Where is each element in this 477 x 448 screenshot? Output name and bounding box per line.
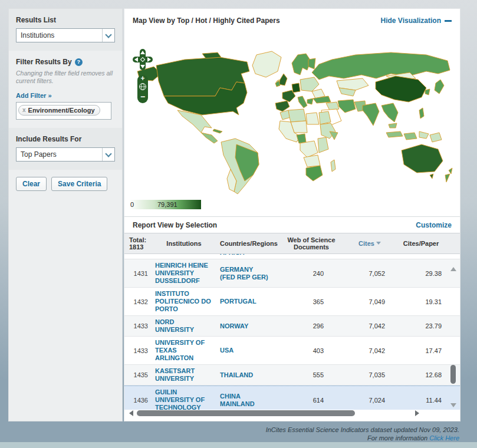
table-rows: 1430 SOUTH AFRICA SOUTH AFRICA 618 7,057… bbox=[124, 254, 460, 410]
chevron-down-icon bbox=[102, 29, 114, 42]
help-icon[interactable]: ? bbox=[75, 58, 83, 66]
row-country-link[interactable]: NORWAY bbox=[220, 322, 279, 330]
sidebar: Results List Institutions Filter Results… bbox=[8, 8, 123, 421]
row-country-link[interactable]: CHINA MAINLAND bbox=[220, 393, 279, 408]
row-institution-link[interactable]: UNIVERSITY OF TEXAS ARLINGTON bbox=[155, 339, 220, 362]
row-cites-paper: 12.68 bbox=[396, 371, 446, 378]
row-country-link[interactable]: USA bbox=[220, 347, 279, 354]
row-rank: 1431 bbox=[124, 270, 155, 277]
row-rank: 1436 bbox=[124, 397, 155, 404]
zoom-out-button[interactable]: − bbox=[137, 93, 148, 100]
row-country-link[interactable]: THAILAND bbox=[220, 371, 279, 379]
row-institution-link[interactable]: GUILIN UNIVERSITY OF TECHNOLOGY bbox=[155, 388, 220, 410]
row-rank: 1432 bbox=[124, 298, 155, 305]
row-documents: 555 bbox=[279, 371, 344, 378]
footer-line1: InCites Essential Science Indicators dat… bbox=[266, 426, 459, 434]
column-documents[interactable]: Web of Science Documents bbox=[279, 236, 344, 251]
footer-line2: For more information Click Here bbox=[266, 434, 459, 442]
vertical-scroll-thumb[interactable] bbox=[450, 365, 456, 384]
column-cites-sorted[interactable]: Cites bbox=[344, 240, 396, 247]
table-row[interactable]: 1433 UNIVERSITY OF TEXAS ARLINGTON USA 4… bbox=[124, 337, 460, 365]
remove-filter-icon[interactable]: x bbox=[22, 107, 26, 113]
scroll-down-icon[interactable] bbox=[450, 403, 456, 407]
row-rank: 1433 bbox=[124, 347, 155, 354]
hide-visualization-label: Hide Visualization bbox=[381, 17, 441, 25]
cites-label: Cites bbox=[358, 240, 374, 247]
map-title: Map View by Top / Hot / Highly Cited Pap… bbox=[133, 17, 280, 25]
filter-section-label: Filter Results By bbox=[16, 58, 72, 66]
row-country-link[interactable]: PORTUGAL bbox=[220, 298, 279, 305]
footer-info-text: For more information bbox=[367, 434, 427, 442]
globe-icon[interactable] bbox=[139, 83, 147, 91]
row-institution-link[interactable]: KASETSART UNIVERSITY bbox=[155, 367, 220, 383]
hide-visualization-link[interactable]: Hide Visualization bbox=[381, 17, 452, 25]
row-cites-paper: 23.79 bbox=[396, 322, 446, 330]
column-countries[interactable]: Countries/Regions bbox=[220, 240, 279, 247]
row-country-link[interactable]: GERMANY (FED REP GER) bbox=[220, 266, 279, 281]
scroll-right-icon[interactable] bbox=[415, 410, 419, 416]
report-title: Report View by Selection bbox=[133, 221, 217, 229]
column-cites-paper[interactable]: Cites/Paper bbox=[396, 240, 446, 247]
clear-button[interactable]: Clear bbox=[16, 177, 47, 191]
include-results-select[interactable]: Top Papers bbox=[16, 147, 115, 162]
table-row[interactable]: 1435 KASETSART UNIVERSITY THAILAND 555 7… bbox=[124, 365, 460, 386]
row-documents: 365 bbox=[279, 298, 344, 305]
map-legend: 0 79,391 bbox=[129, 200, 201, 209]
include-results-value: Top Papers bbox=[21, 150, 57, 159]
row-cites-paper: 19.31 bbox=[396, 298, 446, 305]
row-cites-paper: 11.44 bbox=[396, 397, 446, 404]
click-here-link[interactable]: Click Here bbox=[429, 434, 459, 442]
report-header: Report View by Selection Customize bbox=[124, 216, 460, 233]
horizontal-scroll-thumb[interactable] bbox=[137, 410, 355, 416]
row-cites: 7,052 bbox=[344, 270, 396, 277]
row-cites: 7,049 bbox=[344, 298, 396, 305]
row-institution-link[interactable]: NORD UNIVERSITY bbox=[155, 318, 220, 334]
row-institution-link[interactable]: HEINRICH HEINE UNIVERSITY DUSSELDORF bbox=[155, 262, 220, 285]
table-scroll-viewport[interactable]: 1430 SOUTH AFRICA SOUTH AFRICA 618 7,057… bbox=[124, 254, 460, 410]
table-row[interactable]: 1431 HEINRICH HEINE UNIVERSITY DUSSELDOR… bbox=[124, 259, 460, 288]
results-list-label: Results List bbox=[16, 16, 115, 24]
map-header: Map View by Top / Hot / Highly Cited Pap… bbox=[124, 9, 460, 32]
map-visualization: + − bbox=[124, 32, 460, 216]
chevron-down-icon bbox=[102, 148, 114, 161]
row-documents: 296 bbox=[279, 322, 344, 330]
column-institutions[interactable]: Institutions bbox=[155, 240, 220, 247]
bottom-strip bbox=[0, 442, 477, 448]
table-column-headers: Total: 1813 Institutions Countries/Regio… bbox=[124, 233, 460, 254]
row-documents: 614 bbox=[279, 397, 344, 404]
sort-descending-icon bbox=[376, 242, 381, 245]
zoom-in-button[interactable]: + bbox=[137, 75, 148, 83]
include-results-section: Include Results For Top Papers bbox=[9, 128, 122, 170]
results-list-select[interactable]: Institutions bbox=[16, 28, 115, 42]
map-pan-control[interactable] bbox=[133, 49, 153, 70]
vertical-scrollbar[interactable] bbox=[449, 266, 457, 411]
table-row[interactable]: 1436 GUILIN UNIVERSITY OF TECHNOLOGY CHI… bbox=[124, 386, 460, 410]
filter-section: Filter Results By ? Changing the filter … bbox=[9, 51, 122, 128]
table-row[interactable]: 1432 INSTITUTO POLITECNICO DO PORTO PORT… bbox=[124, 288, 460, 316]
filter-input[interactable]: x Environment/Ecology bbox=[16, 102, 111, 120]
results-list-value: Institutions bbox=[21, 31, 54, 39]
world-map[interactable] bbox=[131, 49, 453, 196]
row-rank: 1433 bbox=[124, 322, 155, 330]
filter-tag[interactable]: x Environment/Ecology bbox=[18, 105, 100, 116]
scroll-up-icon[interactable] bbox=[450, 267, 456, 271]
horizontal-scrollbar[interactable] bbox=[129, 410, 419, 417]
column-total: Total: 1813 bbox=[124, 236, 155, 251]
row-cites-paper: 29.38 bbox=[396, 270, 446, 277]
include-results-label: Include Results For bbox=[16, 135, 115, 143]
add-filter-link[interactable]: Add Filter » bbox=[16, 92, 52, 99]
scroll-left-icon[interactable] bbox=[129, 410, 133, 416]
row-rank: 1435 bbox=[124, 371, 155, 378]
row-institution-link[interactable]: INSTITUTO POLITECNICO DO PORTO bbox=[155, 290, 220, 313]
table-row[interactable]: 1430 SOUTH AFRICA SOUTH AFRICA 618 7,057… bbox=[124, 254, 460, 259]
row-country-link[interactable]: SOUTH AFRICA bbox=[220, 254, 279, 256]
filter-note: Changing the filter field removes all cu… bbox=[16, 70, 115, 85]
customize-link[interactable]: Customize bbox=[416, 221, 452, 229]
results-list-section: Results List Institutions bbox=[9, 9, 122, 51]
row-cites: 7,042 bbox=[344, 322, 396, 330]
table-row[interactable]: 1433 NORD UNIVERSITY NORWAY 296 7,042 23… bbox=[124, 316, 460, 337]
save-criteria-button[interactable]: Save Criteria bbox=[51, 177, 107, 191]
row-cites: 7,042 bbox=[344, 347, 396, 354]
page-footer: InCites Essential Science Indicators dat… bbox=[266, 426, 459, 442]
map-zoom-control[interactable]: + − bbox=[137, 75, 148, 103]
